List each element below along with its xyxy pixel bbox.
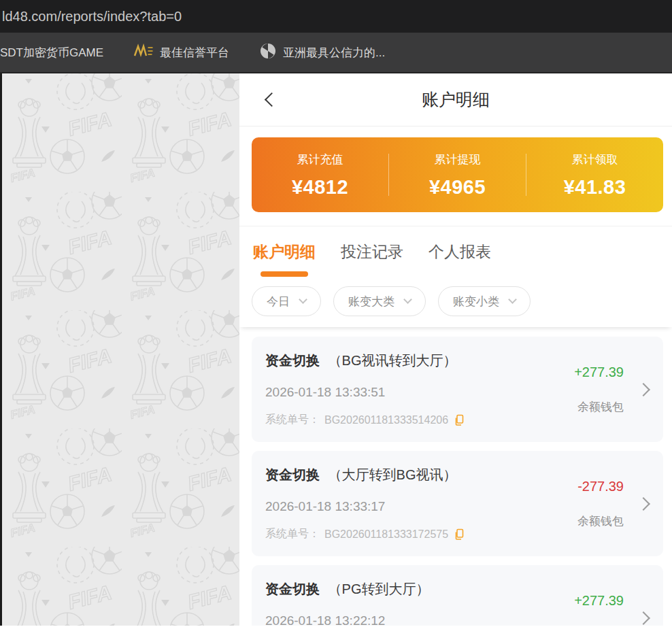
filter-date-dropdown[interactable]: 今日 — [252, 286, 321, 316]
summary-total-withdraw: 累计提现 ¥4965 — [389, 152, 526, 199]
bookmark-label: 最佳信誉平台 — [160, 45, 229, 61]
filter-label: 账变大类 — [348, 294, 394, 309]
filter-major-category-dropdown[interactable]: 账变大类 — [333, 286, 426, 316]
gold-game-logo-icon — [133, 44, 154, 62]
summary-label: 累计提现 — [389, 152, 526, 167]
tab-account-detail[interactable]: 账户明细 — [253, 241, 316, 277]
order-number-label: 系统单号： — [265, 527, 320, 541]
bookmarks-bar: SDT加密货币GAME 最佳信誉平台 亚洲最具公信力的... — [0, 33, 672, 73]
summary-label: 累计领取 — [526, 152, 663, 167]
transaction-row[interactable]: 资金切换 （BG视讯转到大厅） 2026-01-18 13:33:51 系统单号… — [252, 337, 663, 442]
chevron-right-icon — [637, 383, 650, 396]
summary-section: 累计充值 ¥4812 累计提现 ¥4965 累计领取 ¥41.83 — [239, 126, 672, 226]
transaction-direction: （PG转到大厅） — [329, 581, 430, 596]
chevron-right-icon — [637, 497, 650, 511]
app-area: FIFA — [0, 73, 672, 626]
transaction-direction: （BG视讯转到大厅） — [329, 353, 457, 368]
tab-bet-records[interactable]: 投注记录 — [341, 241, 403, 277]
globe-icon — [259, 42, 277, 63]
transaction-datetime: 2026-01-18 13:33:17 — [265, 499, 577, 514]
chevron-right-icon — [637, 611, 650, 625]
bookmark-asia-credibility[interactable]: 亚洲最具公信力的... — [259, 42, 385, 63]
transaction-row[interactable]: 资金切换 （PG转到大厅） 2026-01-18 13:22:12 系统单号： … — [252, 565, 663, 626]
tab-active-underline — [261, 271, 308, 277]
copy-icon[interactable] — [453, 528, 464, 541]
page-title: 账户明细 — [422, 88, 490, 111]
transaction-info: 资金切换 （BG视讯转到大厅） 2026-01-18 13:33:51 系统单号… — [265, 352, 574, 427]
tab-label: 个人报表 — [429, 241, 491, 262]
page-header: 账户明细 — [239, 73, 672, 126]
transaction-direction: （大厅转到BG视讯） — [329, 467, 457, 482]
transaction-type: 资金切换 — [265, 353, 320, 368]
wallet-label: 余额钱包 — [577, 399, 624, 415]
fifa-pattern-svg: FIFA — [2, 73, 239, 626]
bookmark-label: 亚洲最具公信力的... — [283, 45, 385, 61]
filter-label: 今日 — [267, 294, 290, 309]
summary-total-deposit: 累计充值 ¥4812 — [252, 152, 388, 199]
summary-label: 累计充值 — [252, 152, 388, 167]
transaction-info: 资金切换 （大厅转到BG视讯） 2026-01-18 13:33:17 系统单号… — [265, 466, 577, 541]
url-text: ld48.com/reports/index?tab=0 — [2, 9, 182, 24]
chevron-down-icon — [299, 295, 307, 304]
fifa-pattern-background: FIFA — [0, 73, 239, 626]
chevron-down-icon — [508, 295, 517, 304]
transaction-amount: +277.39 — [574, 365, 624, 380]
chevron-left-icon — [265, 92, 279, 107]
bookmark-best-reputation[interactable]: 最佳信誉平台 — [133, 44, 229, 62]
filter-label: 账变小类 — [453, 294, 499, 309]
tab-label: 投注记录 — [341, 241, 403, 262]
summary-value: ¥41.83 — [526, 176, 663, 199]
transaction-list: 资金切换 （BG视讯转到大厅） 2026-01-18 13:33:51 系统单号… — [239, 327, 672, 626]
summary-total-claimed: 累计领取 ¥41.83 — [526, 152, 663, 199]
transaction-type: 资金切换 — [265, 581, 320, 596]
transaction-info: 资金切换 （PG转到大厅） 2026-01-18 13:22:12 系统单号： … — [265, 580, 574, 626]
filter-minor-category-dropdown[interactable]: 账变小类 — [438, 286, 531, 316]
account-detail-panel: 账户明细 累计充值 ¥4812 累计提现 ¥4965 累计领取 ¥41.83 — [239, 73, 672, 626]
bookmark-usdt-game[interactable]: SDT加密货币GAME — [0, 45, 103, 61]
order-number-value: BG202601181333172575 — [324, 528, 448, 541]
summary-value: ¥4965 — [389, 176, 526, 199]
transaction-datetime: 2026-01-18 13:22:12 — [265, 613, 574, 626]
order-number-value: BG202601181333514206 — [324, 414, 448, 426]
chevron-down-icon — [403, 295, 412, 304]
order-number-label: 系统单号： — [265, 413, 320, 427]
summary-value: ¥4812 — [252, 176, 388, 199]
bookmark-label: SDT加密货币GAME — [0, 45, 103, 61]
address-bar[interactable]: ld48.com/reports/index?tab=0 — [0, 0, 672, 33]
filters-row: 今日 账变大类 账变小类 — [239, 277, 672, 327]
transaction-amount: -277.39 — [577, 479, 624, 494]
tab-label: 账户明细 — [253, 241, 316, 262]
transaction-amount: +277.39 — [574, 593, 624, 609]
summary-card: 累计充值 ¥4812 累计提现 ¥4965 累计领取 ¥41.83 — [252, 137, 663, 212]
tab-personal-report[interactable]: 个人报表 — [429, 241, 491, 277]
transaction-type: 资金切换 — [265, 467, 320, 482]
transaction-row[interactable]: 资金切换 （大厅转到BG视讯） 2026-01-18 13:33:17 系统单号… — [252, 451, 663, 556]
back-button[interactable] — [263, 92, 278, 107]
wallet-label: 余额钱包 — [577, 513, 624, 529]
tabs-row: 账户明细 投注记录 个人报表 — [239, 226, 672, 277]
transaction-datetime: 2026-01-18 13:33:51 — [265, 385, 574, 400]
copy-icon[interactable] — [453, 414, 464, 426]
